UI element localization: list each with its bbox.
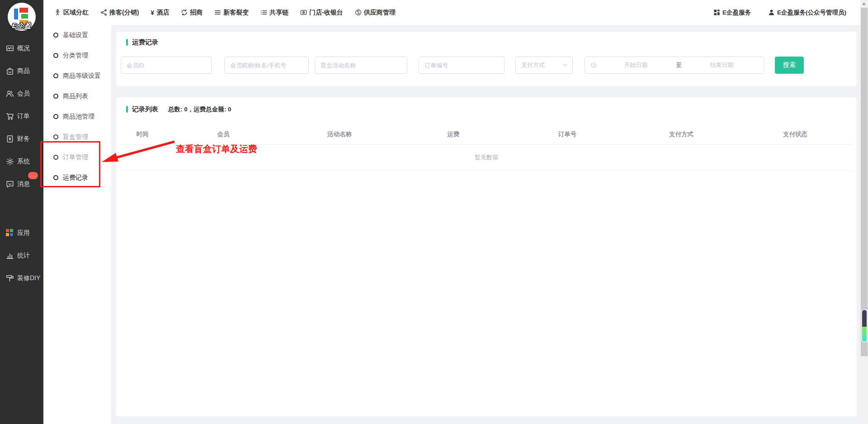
nav-item-region-dividend[interactable]: 区域分红 xyxy=(54,9,89,17)
nav-item-label: 门店-收银台 xyxy=(309,9,343,17)
submenu-item-basic-settings[interactable]: 基础设置 xyxy=(43,25,111,45)
activity-name-input[interactable] xyxy=(315,57,407,74)
submenu-item-freight-record[interactable]: 运费记录 xyxy=(43,167,111,188)
stats-icon xyxy=(6,252,14,260)
message-icon xyxy=(6,180,14,188)
sidebar-item-label: 统计 xyxy=(17,252,30,260)
sidebar-item-stats[interactable]: 统计 xyxy=(0,244,43,267)
message-badge: ... xyxy=(28,172,38,179)
logo-block-red xyxy=(19,8,28,13)
date-range-picker[interactable]: 开始日期 至 结束日期 xyxy=(585,57,764,74)
pay-method-placeholder: 支付方式 xyxy=(521,61,562,69)
order-no-input[interactable] xyxy=(419,57,505,74)
sidebar-item-label: 系统 xyxy=(17,157,30,166)
start-date-field[interactable]: 开始日期 xyxy=(599,61,673,69)
sidebar-item-overview[interactable]: 概况 xyxy=(0,37,43,60)
submenu-item-label: 商品列表 xyxy=(63,92,88,100)
sidebar-item-system[interactable]: 系统 xyxy=(0,150,43,173)
col-activity: 活动名称 xyxy=(283,130,396,138)
refresh-icon xyxy=(181,9,188,16)
submenu-item-goods-level[interactable]: 商品等级设置 xyxy=(43,66,111,86)
freight-search-card: 运费记录 支付方式 开始日期 至 结束日期 搜索 xyxy=(116,32,857,86)
main-content: 运费记录 支付方式 开始日期 至 结束日期 搜索 xyxy=(111,25,868,424)
submenu-item-label: 商品池管理 xyxy=(63,113,94,121)
sidebar-item-label: 财务 xyxy=(17,135,30,143)
nav-item-label: 招商 xyxy=(190,9,203,17)
page-title: 运费记录 xyxy=(132,38,158,47)
member-icon xyxy=(6,90,14,98)
nav-item-hotel[interactable]: ¥ 酒店 xyxy=(151,9,169,17)
title-accent-bar xyxy=(126,106,128,113)
finance-icon xyxy=(6,135,14,143)
circle-bullet-icon xyxy=(53,94,58,99)
order-icon xyxy=(6,112,14,120)
grid-icon xyxy=(713,9,720,16)
col-freight: 运费 xyxy=(396,130,510,138)
list-icon xyxy=(260,9,267,16)
nav-account[interactable]: E企盈服务(公众号管理员) xyxy=(768,9,846,17)
sidebar-item-member[interactable]: 会员 xyxy=(0,82,43,105)
circle-bullet-icon xyxy=(53,155,58,160)
submenu-item-goods-list[interactable]: 商品列表 xyxy=(43,86,111,106)
col-order-no: 订单号 xyxy=(510,130,624,138)
nav-item-store-cashier[interactable]: 门店-收银台 xyxy=(300,9,343,17)
sidebar-item-order[interactable]: 订单 xyxy=(0,105,43,128)
scroll-indicator-top xyxy=(862,310,867,327)
circle-bullet-icon xyxy=(53,114,58,119)
secondary-sidebar: 基础设置 分类管理 商品等级设置 商品列表 商品池管理 盲盒管理 订单管理 运费… xyxy=(43,25,111,424)
submenu-item-blind-box[interactable]: 盲盒管理 xyxy=(43,127,111,147)
col-pay-method: 支付方式 xyxy=(624,130,738,138)
submenu-item-category[interactable]: 分类管理 xyxy=(43,45,111,66)
sidebar-item-label: 订单 xyxy=(17,112,30,120)
submenu-item-label: 商品等级设置 xyxy=(63,72,101,80)
date-separator: 至 xyxy=(673,61,684,69)
nav-service-link[interactable]: E企盈服务 xyxy=(713,9,751,17)
sidebar-item-apps[interactable]: 应用 xyxy=(0,222,43,244)
sidebar-item-label: 会员 xyxy=(17,90,30,98)
end-date-field[interactable]: 结束日期 xyxy=(684,61,759,69)
logo-text: E企盈 xyxy=(5,22,38,30)
scrollbar-thumb[interactable] xyxy=(861,8,868,356)
nav-item-new-customer[interactable]: 新客裂变 xyxy=(214,9,249,17)
nav-account-label: E企盈服务(公众号管理员) xyxy=(777,9,846,17)
annotation-text: 查看盲盒订单及运费 xyxy=(176,143,257,155)
list-summary: 总数: 0，运费总金额: 0 xyxy=(168,105,231,114)
sidebar-item-goods[interactable]: 商品 xyxy=(0,60,43,82)
app-logo[interactable]: E企盈 xyxy=(8,3,36,31)
sidebar-item-diy[interactable]: 装修DIY xyxy=(0,267,43,290)
circle-bullet-icon xyxy=(53,33,58,38)
submenu-item-goods-pool[interactable]: 商品池管理 xyxy=(43,106,111,127)
nav-service-label: E企盈服务 xyxy=(722,9,751,17)
circle-bullet-icon xyxy=(53,175,58,180)
member-id-input[interactable] xyxy=(121,57,212,74)
nav-item-label: 新客裂变 xyxy=(223,9,249,17)
cashier-icon xyxy=(300,9,307,16)
submenu-item-label: 基础设置 xyxy=(63,31,88,39)
member-name-input[interactable] xyxy=(224,57,309,74)
system-icon xyxy=(6,157,14,166)
pay-method-select[interactable]: 支付方式 xyxy=(515,57,573,74)
page-scrollbar[interactable] xyxy=(860,0,868,424)
nav-item-share-chain[interactable]: 共享链 xyxy=(260,9,288,17)
sidebar-item-label: 消息 xyxy=(17,180,30,188)
scroll-progress-indicator[interactable] xyxy=(861,309,868,343)
clock-icon xyxy=(590,62,597,68)
nav-item-merchants[interactable]: 招商 xyxy=(181,9,203,17)
col-pay-status: 支付状态 xyxy=(738,130,852,138)
search-button[interactable]: 搜索 xyxy=(775,57,804,74)
nav-item-distribution[interactable]: 推客(分销) xyxy=(100,9,139,17)
user-icon xyxy=(768,9,775,16)
nav-item-label: 推客(分销) xyxy=(109,9,139,17)
submenu-item-order-manage[interactable]: 订单管理 xyxy=(43,147,111,167)
main-sidebar: E企盈 概况 商品 会员 订单 xyxy=(0,0,43,424)
logo-block-green xyxy=(21,14,28,19)
circle-bullet-icon xyxy=(53,53,58,58)
sidebar-item-finance[interactable]: 财务 xyxy=(0,128,43,150)
nav-item-supplier[interactable]: 供应商管理 xyxy=(355,9,396,17)
nav-item-label: 供应商管理 xyxy=(364,9,396,17)
goods-icon xyxy=(6,67,14,75)
sidebar-item-label: 商品 xyxy=(17,67,30,75)
apps-icon xyxy=(6,229,14,237)
scroll-up-arrow-icon[interactable] xyxy=(862,2,866,5)
logo-block-blue xyxy=(14,9,18,19)
